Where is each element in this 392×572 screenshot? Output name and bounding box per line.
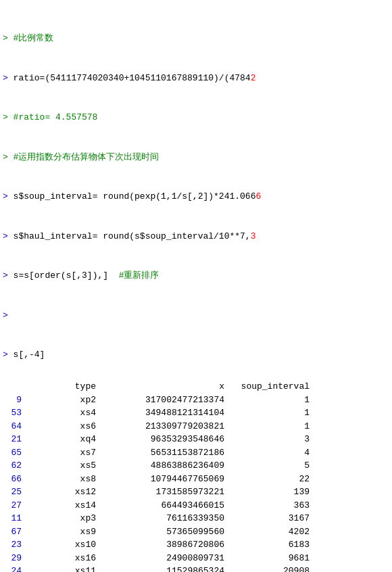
table-row: 65 xs7 56531153872186 4 <box>0 446 392 460</box>
row-index: 25 <box>0 485 26 499</box>
row-index: 27 <box>0 499 26 513</box>
row-index: 29 <box>0 552 26 565</box>
line-ratio-code: > ratio=(54111774020340+1045110167889110… <box>3 72 389 85</box>
row-soup: 5 <box>228 459 310 473</box>
row-type: xs12 <box>26 485 100 499</box>
table-row: 23 xs10 38986720806 6183 <box>0 538 392 552</box>
table-row: 21 xq4 96353293548646 3 <box>0 433 392 446</box>
row-x: 1731585973221 <box>100 485 228 499</box>
row-x: 349488121314104 <box>100 406 228 420</box>
row-soup: 1 <box>228 406 310 420</box>
row-soup: 4 <box>228 446 310 460</box>
row-type: xs16 <box>26 552 100 565</box>
data-table: type x soup_interval 9 xp2 3170024772133… <box>0 380 392 572</box>
row-soup: 363 <box>228 499 310 513</box>
row-index: 65 <box>0 446 26 460</box>
row-x: 48863886236409 <box>100 459 228 473</box>
row-index: 64 <box>0 420 26 433</box>
table-row: 53 xs4 349488121314104 1 <box>0 406 392 420</box>
row-type: xs6 <box>26 420 100 433</box>
table-row: 64 xs6 213309779203821 1 <box>0 420 392 433</box>
row-x: 56531153872186 <box>100 446 228 460</box>
row-type: xs4 <box>26 406 100 420</box>
line-show: > s[,-4] <box>3 348 389 362</box>
table-row: 11 xp3 76116339350 3167 <box>0 512 392 525</box>
row-x: 10794467765069 <box>100 473 228 486</box>
row-x: 57365099560 <box>100 525 228 539</box>
row-type: xq4 <box>26 433 100 446</box>
row-index: 24 <box>0 565 26 572</box>
header-x: x <box>100 380 228 394</box>
row-soup: 1 <box>228 420 310 433</box>
row-x: 11529865324 <box>100 565 228 572</box>
row-index: 11 <box>0 512 26 525</box>
row-index: 67 <box>0 525 26 539</box>
table-header: type x soup_interval <box>0 380 392 394</box>
row-soup: 1 <box>228 394 310 407</box>
console: > #比例常数 > ratio=(54111774020340+10451101… <box>0 0 392 380</box>
row-type: xs9 <box>26 525 100 539</box>
line-blank: > <box>3 309 389 323</box>
header-type: type <box>26 380 100 394</box>
table-row: 29 xs16 24900809731 9681 <box>0 552 392 565</box>
row-x: 76116339350 <box>100 512 228 525</box>
table-row: 67 xs9 57365099560 4202 <box>0 525 392 539</box>
row-x: 24900809731 <box>100 552 228 565</box>
row-type: xs10 <box>26 538 100 552</box>
row-index: 23 <box>0 538 26 552</box>
row-index: 9 <box>0 394 26 407</box>
row-x: 664493466015 <box>100 499 228 513</box>
row-type: xp2 <box>26 394 100 407</box>
line-ratio-result: > #ratio= 4.557578 <box>3 111 389 124</box>
row-x: 213309779203821 <box>100 420 228 433</box>
line-comment2: > #运用指数分布估算物体下次出现时间 <box>3 151 389 164</box>
row-type: xs5 <box>26 459 100 473</box>
header-index <box>0 380 26 394</box>
row-x: 96353293548646 <box>100 433 228 446</box>
row-index: 21 <box>0 433 26 446</box>
table-row: 24 xs11 11529865324 20908 <box>0 565 392 572</box>
table-row: 27 xs14 664493466015 363 <box>0 499 392 513</box>
line-order: > s=s[order(s[,3]),] #重新排序 <box>3 269 389 283</box>
row-index: 62 <box>0 459 26 473</box>
row-type: xs11 <box>26 565 100 572</box>
table-row: 62 xs5 48863886236409 5 <box>0 459 392 473</box>
row-soup: 3 <box>228 433 310 446</box>
row-soup: 139 <box>228 485 310 499</box>
line-soup-interval: > s$soup_interval= round(pexp(1,1/s[,2])… <box>3 190 389 204</box>
table-row: 25 xs12 1731585973221 139 <box>0 485 392 499</box>
row-index: 66 <box>0 473 26 486</box>
row-type: xs14 <box>26 499 100 513</box>
row-type: xs8 <box>26 473 100 486</box>
table-row: 9 xp2 317002477213374 1 <box>0 394 392 407</box>
row-type: xs7 <box>26 446 100 460</box>
row-soup: 20908 <box>228 565 310 572</box>
row-type: xp3 <box>26 512 100 525</box>
row-soup: 9681 <box>228 552 310 565</box>
row-x: 317002477213374 <box>100 394 228 407</box>
row-x: 38986720806 <box>100 538 228 552</box>
table-row: 66 xs8 10794467765069 22 <box>0 473 392 486</box>
line-haul-interval: > s$haul_interval= round(s$soup_interval… <box>3 230 389 243</box>
row-soup: 22 <box>228 473 310 486</box>
row-soup: 3167 <box>228 512 310 525</box>
header-soup: soup_interval <box>228 380 310 394</box>
row-soup: 6183 <box>228 538 310 552</box>
row-soup: 4202 <box>228 525 310 539</box>
line-comment1: > #比例常数 <box>3 32 389 45</box>
row-index: 53 <box>0 406 26 420</box>
